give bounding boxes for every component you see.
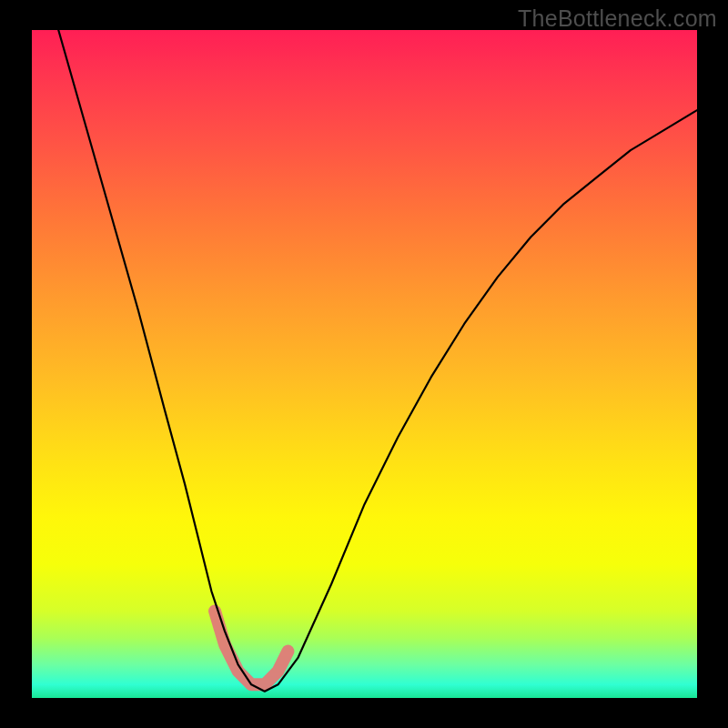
- plot-area: [32, 30, 697, 698]
- chart-frame: TheBottleneck.com: [0, 0, 728, 728]
- bottleneck-curve: [58, 30, 697, 692]
- watermark-text: TheBottleneck.com: [518, 5, 717, 32]
- curve-svg: [32, 30, 697, 698]
- optimal-band: [215, 612, 288, 685]
